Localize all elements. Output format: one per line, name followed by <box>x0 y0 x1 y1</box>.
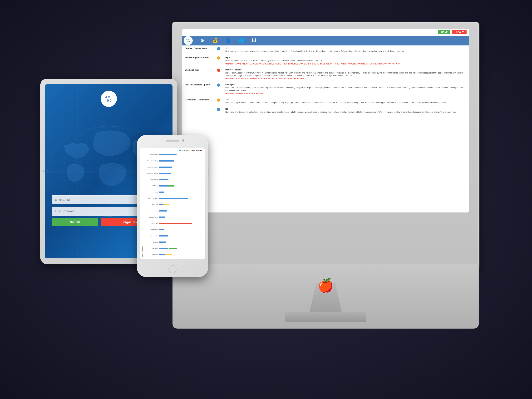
dot-blue-icon <box>217 47 220 50</box>
monitor-body: 🍎 <box>172 264 479 329</box>
monitor-bezel: HOME LOGOUT AML 360 ⚙ 💰 👤 <box>172 22 479 271</box>
chart-label-6: Staff Training <box>143 185 158 186</box>
bar-6-green <box>168 185 175 187</box>
phone: Low Medium High <box>137 135 208 277</box>
table-row: Risk Assessment Update Every year Note: … <box>182 82 469 97</box>
bar-1-blue <box>159 154 177 155</box>
chart-label-2: Transaction Monitoring <box>143 160 158 161</box>
legend-medium-label: Medium <box>186 150 190 151</box>
row-label-occasional: Occasional Transactions <box>182 97 215 106</box>
nav-logo-text-1: AML <box>186 38 190 40</box>
bar-row-3 <box>159 166 203 168</box>
tablet-camera-icon <box>43 171 44 172</box>
bar-6-blue <box>159 185 168 187</box>
nav-logo[interactable]: AML 360 <box>184 36 193 45</box>
note-self-rating: Note: To adequately respond to this data… <box>225 59 467 62</box>
nav-icon-settings[interactable]: ⚙ <box>198 37 206 45</box>
row-dot-business <box>215 67 223 82</box>
value-self-rating: High <box>225 57 467 59</box>
phone-chart-container: Low Medium High <box>140 148 205 259</box>
note-complex: Note: Anonymity and complexity can be co… <box>225 50 467 53</box>
logout-button[interactable]: LOGOUT <box>452 30 467 34</box>
chart-label-1: Sanction Screening <box>143 154 158 155</box>
chart-label-9: Internal Audit <box>143 204 158 205</box>
chart-body: % Risk & Compliance Sanction Screening T… <box>142 152 203 258</box>
legend-very-high-color <box>196 150 197 151</box>
legend-medium-color <box>184 150 185 151</box>
row-label-complex: Complex Transactions <box>182 45 215 55</box>
nav-icon-finance[interactable]: 💰 <box>211 37 219 45</box>
chart-label-14: Customer Risk <box>143 235 158 236</box>
bar-row-14 <box>159 235 203 237</box>
phone-speaker-icon <box>166 140 179 142</box>
bar-4-blue <box>159 173 171 174</box>
nav-icon-image[interactable]: 🖼 <box>250 37 258 45</box>
dot-blue-3-icon <box>217 108 220 111</box>
nav-icon-user[interactable]: 👤 <box>224 37 232 45</box>
row-dot-self-rating <box>215 55 223 67</box>
row-dot-last <box>215 106 223 116</box>
apple-logo-icon: 🍎 <box>317 278 334 293</box>
bar-8-blue <box>159 198 188 199</box>
note-occasional: Note: Ensure you include CDD requirement… <box>225 101 467 104</box>
bar-2-blue <box>159 160 174 162</box>
bar-row-15 <box>159 241 203 243</box>
user-note-self-rating: User Note: MONEY REMITTANCE IS AN INHERE… <box>225 63 467 65</box>
home-button[interactable]: HOME <box>438 30 450 34</box>
chart-y-axis-label: % Risk & Compliance <box>142 152 143 258</box>
chart-label-17: Delivery Risk <box>143 254 158 255</box>
screen-topbar: HOME LOGOUT <box>182 29 469 36</box>
nav-icon-globe[interactable]: 🌐 <box>237 37 245 45</box>
table-row: Complex Transactions <2% Note: Anonymity… <box>182 45 469 55</box>
bar-5-blue <box>159 179 168 180</box>
value-complex: <2% <box>225 47 467 49</box>
table-row: Occasional Transactions Yes Note: Ensure… <box>182 97 469 106</box>
phone-bezel: Low Medium High <box>137 135 208 277</box>
nav-logo-text-2: 360 <box>186 41 190 43</box>
bar-row-10 <box>159 210 203 212</box>
bar-9-yellow <box>163 204 169 205</box>
chart-label-12: Business Type <box>143 223 158 224</box>
bar-16-green <box>169 248 177 249</box>
phone-home-button[interactable] <box>168 265 177 273</box>
chart-legend: Low Medium High <box>142 149 203 152</box>
user-note-business: User Note: WE SERVICE TRANSACTIONS FROM … <box>225 77 467 80</box>
phone-screen: Low Medium High <box>140 148 205 259</box>
value-risk-update: Every year <box>225 83 467 86</box>
scene: HOME LOGOUT AML 360 ⚙ 💰 👤 <box>40 22 492 377</box>
bar-14-blue <box>159 235 168 236</box>
row-content-business: Money Remittance Note: The DIA sector re… <box>223 67 469 82</box>
bar-row-5 <box>159 179 203 180</box>
phone-side-button <box>208 164 209 177</box>
bar-row-12 <box>159 223 203 224</box>
bar-13-blue <box>159 229 164 230</box>
chart-label-7: MLRO <box>143 191 158 193</box>
screen-content: HOME LOGOUT AML 360 ⚙ 💰 👤 <box>182 29 469 212</box>
bar-10-blue <box>159 210 167 211</box>
bar-row-17 <box>159 254 203 255</box>
tablet-logo-text2: 360 <box>105 99 113 102</box>
dot-blue-2-icon <box>217 83 220 87</box>
bar-row-4 <box>159 172 203 174</box>
chart-label-8: Policies & Procedures <box>143 198 158 199</box>
bar-17-blue <box>159 254 165 255</box>
legend-high-label: High <box>192 150 195 151</box>
row-dot-complex <box>215 45 223 55</box>
bar-11-blue <box>159 216 165 218</box>
row-content-occasional: Yes Note: Ensure you include CDD require… <box>223 97 469 106</box>
bar-row-16 <box>159 248 203 249</box>
monitor-base <box>285 312 366 322</box>
chart-label-11: Suspicious Activity <box>143 217 158 218</box>
bar-16-blue <box>159 248 168 249</box>
screen-table: Complex Transactions <2% Note: Anonymity… <box>182 45 469 116</box>
chart-label-15: Product Risk <box>143 242 158 243</box>
value-business: Money Remittance <box>225 69 467 71</box>
tablet-logo-area: AML 360 <box>101 91 117 108</box>
chart-label-4: Enhanced Due Diligence <box>143 173 158 174</box>
submit-button[interactable]: Submit <box>51 218 98 226</box>
row-dot-occasional <box>215 97 223 106</box>
screen-nav: AML 360 ⚙ 💰 👤 🌐 🖼 <box>182 36 469 45</box>
note-business: Note: The DIA sector report for 2018 rat… <box>225 72 467 77</box>
chart-label-3: Customer Due Diligence <box>143 166 158 168</box>
monitor: HOME LOGOUT AML 360 ⚙ 💰 👤 <box>172 22 479 329</box>
